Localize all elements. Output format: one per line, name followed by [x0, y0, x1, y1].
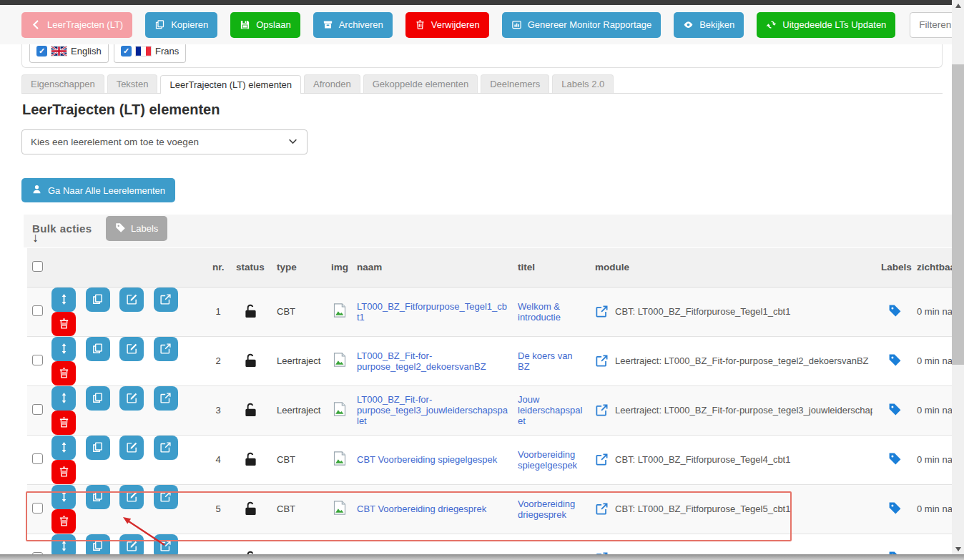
external-link-icon[interactable]	[595, 453, 609, 466]
move-button[interactable]	[51, 436, 76, 460]
table-row: 3 Leertraject LT000_BZ_Fit-for-purpose_t…	[27, 385, 964, 435]
delete-row-button[interactable]	[51, 460, 76, 484]
delete-row-button[interactable]	[51, 411, 76, 435]
external-link-icon[interactable]	[595, 403, 609, 417]
update-shared-lts-button[interactable]: Uitgedeelde LTs Updaten	[757, 12, 895, 38]
language-checkbox[interactable]	[36, 46, 47, 57]
move-button[interactable]	[51, 485, 76, 509]
tag-icon[interactable]	[888, 353, 902, 367]
table-header-row: nr. status type img naam titel module La…	[27, 248, 964, 287]
row-checkbox[interactable]	[32, 355, 43, 365]
duplicate-button[interactable]	[86, 288, 110, 312]
cell-img	[327, 336, 353, 385]
trash-icon	[415, 19, 426, 30]
tag-icon[interactable]	[888, 501, 902, 515]
tab-2[interactable]: LeerTrajecten (LT) elementen	[160, 75, 301, 94]
move-button[interactable]	[51, 337, 76, 361]
scrollbar-down-arrow[interactable]	[952, 544, 964, 554]
archive-button[interactable]: Archiveren	[313, 12, 393, 38]
save-button[interactable]: Opslaan	[230, 12, 300, 38]
duplicate-button[interactable]	[86, 337, 110, 361]
naam-link[interactable]: CBT Voorbereiding driegesprek	[357, 503, 486, 514]
cell-actions	[47, 336, 208, 385]
duplicate-button[interactable]	[86, 436, 110, 460]
chevron-left-icon	[31, 19, 41, 30]
titel-link[interactable]: Jouw leiderschapspalet	[518, 394, 582, 426]
tag-icon[interactable]	[888, 304, 902, 318]
back-button[interactable]: LeerTrajecten (LT)	[21, 12, 132, 38]
edit-button[interactable]	[119, 485, 144, 509]
titel-link[interactable]: De koers van BZ	[518, 350, 573, 372]
window-top-edge	[0, 0, 952, 5]
module-link[interactable]: Leertraject: LT000_BZ_Fit-for-purpose_te…	[615, 355, 869, 366]
generate-monitor-report-button[interactable]: Genereer Monitor Rapportage	[502, 12, 661, 38]
tag-icon[interactable]	[888, 403, 902, 416]
window-bottom-edge	[0, 554, 964, 560]
view-button[interactable]: Bekijken	[674, 12, 744, 38]
open-button[interactable]	[154, 485, 178, 509]
edit-button[interactable]	[119, 436, 144, 460]
cell-module: CBT: LT000_BZ_Fitforpurose_Tegel5_cbt1	[591, 484, 877, 534]
module-link[interactable]: CBT: LT000_BZ_Fitforpurose_Tegel5_cbt1	[615, 503, 790, 514]
tab-0[interactable]: Eigenschappen	[21, 74, 104, 93]
row-checkbox[interactable]	[32, 404, 43, 415]
open-button[interactable]	[154, 288, 178, 312]
delete-row-button[interactable]	[51, 312, 76, 336]
generate-monitor-report-label: Genereer Monitor Rapportage	[528, 19, 651, 30]
edit-button[interactable]	[119, 386, 144, 411]
external-link-icon[interactable]	[595, 502, 609, 516]
go-all-learning-elements-button[interactable]: Ga Naar Alle Leerelementen	[21, 178, 175, 202]
duplicate-button[interactable]	[86, 386, 110, 411]
naam-link[interactable]: CBT Voorbereiding spiegelgespek	[357, 454, 497, 465]
row-checkbox[interactable]	[32, 453, 43, 464]
tab-6[interactable]: Labels 2.0	[552, 74, 614, 93]
module-link[interactable]: Leertraject: LT000_BZ_Fit-for-purpose_te…	[615, 405, 872, 416]
copy-button[interactable]: Kopieren	[145, 12, 217, 38]
delete-row-button[interactable]	[51, 361, 76, 385]
scrollbar-up-arrow[interactable]	[952, 0, 964, 11]
cell-actions	[47, 435, 208, 484]
page-title: LeerTrajecten (LT) elementen	[22, 102, 220, 118]
labels-button[interactable]: Labels	[106, 216, 167, 241]
delete-row-button[interactable]	[51, 509, 76, 534]
down-arrow-icon: ↓	[32, 230, 39, 245]
naam-link[interactable]: LT000_BZ_Fit-for-purpose_tegel3_jouwleid…	[357, 394, 508, 426]
bulk-actions-label: Bulk acties	[32, 222, 92, 235]
language-checkbox[interactable]	[121, 46, 132, 57]
move-button[interactable]	[51, 288, 76, 312]
scrollbar-thumb[interactable]	[952, 64, 964, 365]
titel-link[interactable]: Voorbereiding spiegelgespek	[518, 449, 577, 471]
cell-nr: 4	[208, 435, 228, 484]
naam-link[interactable]: LT000_BZ_Fitforpurpose_Tegel1_cbt1	[357, 301, 507, 323]
move-button[interactable]	[51, 386, 76, 411]
tab-3[interactable]: Afronden	[304, 74, 360, 93]
table-row: 5 CBT CBT Voorbereiding driegesprek Voor…	[27, 484, 964, 534]
add-element-select[interactable]: Kies een leerelement om toe te voegen	[21, 129, 308, 154]
tag-icon[interactable]	[888, 452, 902, 466]
open-button[interactable]	[154, 337, 178, 361]
select-all-checkbox[interactable]	[32, 261, 43, 272]
external-link-icon[interactable]	[595, 305, 609, 318]
edit-button[interactable]	[119, 288, 144, 312]
module-link[interactable]: CBT: LT000_BZ_Fitforpurose_Tegel1_cbt1	[615, 306, 790, 317]
edit-button[interactable]	[119, 337, 144, 361]
open-button[interactable]	[154, 436, 178, 460]
module-link[interactable]: CBT: LT000_BZ_Fitforpurose_Tegel4_cbt1	[615, 454, 790, 465]
row-checkbox[interactable]	[32, 503, 43, 514]
row-checkbox[interactable]	[32, 305, 43, 316]
cell-module: CBT: LT000_BZ_Fitforpurose_Tegel4_cbt1	[591, 435, 877, 484]
delete-button[interactable]: Verwijderen	[405, 12, 489, 38]
titel-link[interactable]: Welkom & introductie	[518, 301, 561, 323]
cell-naam: CBT Voorbereiding spiegelgespek	[353, 435, 513, 484]
open-button[interactable]	[154, 386, 178, 411]
archive-icon	[323, 19, 333, 30]
naam-link[interactable]: LT000_BZ_Fit-for-purpose_tegel2_dekoersv…	[357, 350, 486, 372]
tab-4[interactable]: Gekoppelde elementen	[363, 74, 478, 93]
titel-link[interactable]: Voorbereiding driegesprek	[518, 498, 575, 520]
tab-5[interactable]: Deelnemers	[481, 74, 549, 93]
language-label: English	[71, 46, 102, 57]
user-icon	[31, 184, 42, 197]
tab-1[interactable]: Teksten	[107, 74, 158, 93]
external-link-icon[interactable]	[595, 354, 609, 368]
duplicate-button[interactable]	[86, 485, 110, 509]
